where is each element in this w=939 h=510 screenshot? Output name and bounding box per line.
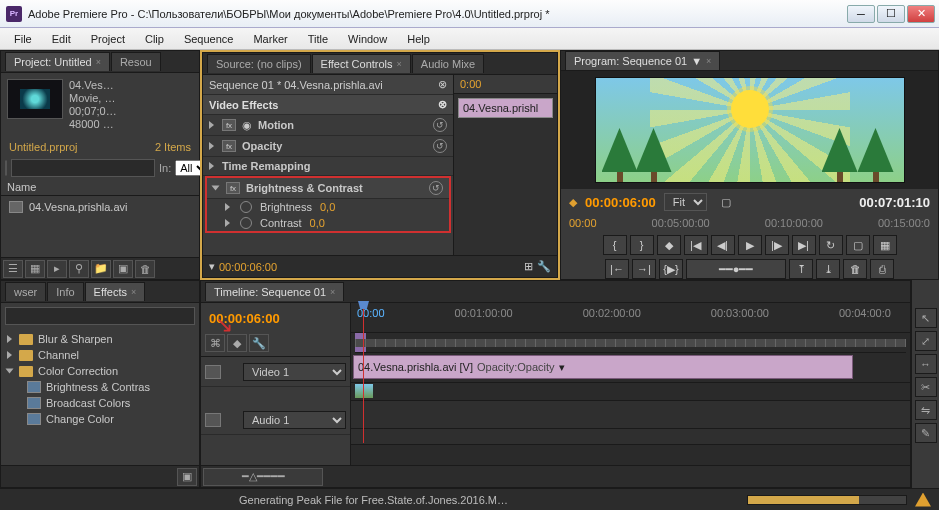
ec-clip-bar[interactable]: 04.Vesna.prishl: [458, 98, 553, 118]
extract-button[interactable]: ⤓: [816, 259, 840, 279]
automate-button[interactable]: ▸: [47, 260, 67, 278]
ripple-tool[interactable]: ↔: [915, 354, 937, 374]
fx-folder-channel[interactable]: Channel: [5, 347, 195, 363]
video-track-1-header[interactable]: Video 1: [201, 357, 350, 387]
menu-project[interactable]: Project: [83, 31, 133, 47]
safe-margins-icon[interactable]: ▢: [721, 196, 731, 209]
close-icon[interactable]: ×: [96, 57, 101, 67]
chevron-icon[interactable]: ⊗: [438, 78, 447, 91]
set-in-button[interactable]: {: [603, 235, 627, 255]
program-time-ruler[interactable]: 00:0000:05:00:0000:10:00:0000:15:00:0: [561, 215, 938, 231]
effects-search-input[interactable]: [5, 307, 195, 325]
tab-resource[interactable]: Resou: [111, 52, 161, 71]
fx-preset-broadcast-colors[interactable]: Broadcast Colors: [5, 395, 195, 411]
contrast-value[interactable]: 0,0: [310, 217, 325, 229]
audio-track-1[interactable]: [351, 401, 910, 429]
slip-tool[interactable]: ⇋: [915, 400, 937, 420]
audio-track-select[interactable]: Audio 1: [243, 411, 346, 429]
prop-contrast[interactable]: Contrast 0,0: [207, 215, 449, 231]
search-icon[interactable]: [5, 160, 7, 176]
step-fwd-button[interactable]: |▶: [765, 235, 789, 255]
menu-clip[interactable]: Clip: [137, 31, 172, 47]
warning-icon[interactable]: [915, 493, 931, 507]
trash-button[interactable]: 🗑: [843, 259, 867, 279]
menu-sequence[interactable]: Sequence: [176, 31, 242, 47]
step-back-button[interactable]: ◀|: [711, 235, 735, 255]
tab-timeline[interactable]: Timeline: Sequence 01×: [205, 282, 344, 301]
fx-motion[interactable]: fx◉ Motion ↺: [203, 115, 453, 136]
stopwatch-icon[interactable]: [240, 217, 252, 229]
tab-source[interactable]: Source: (no clips): [207, 54, 311, 73]
close-icon[interactable]: ×: [397, 59, 402, 69]
next-edit-button[interactable]: →|: [632, 259, 656, 279]
minimize-button[interactable]: ─: [847, 5, 875, 23]
jog-control[interactable]: ━━●━━: [686, 259, 786, 279]
fx-time-remapping[interactable]: Time Remapping: [203, 157, 453, 176]
brightness-value[interactable]: 0,0: [320, 201, 335, 213]
marker-button[interactable]: ◆: [657, 235, 681, 255]
menu-edit[interactable]: Edit: [44, 31, 79, 47]
collapse-icon[interactable]: ⊗: [438, 98, 447, 111]
find-button[interactable]: ⚲: [69, 260, 89, 278]
fx-preset-change-color[interactable]: Change Color: [5, 411, 195, 427]
fx-brightness-contrast[interactable]: fx Brightness & Contrast ↺: [207, 178, 449, 199]
close-button[interactable]: ✕: [907, 5, 935, 23]
lock-icon[interactable]: [225, 413, 239, 427]
prop-brightness[interactable]: Brightness 0,0: [207, 199, 449, 215]
output-button[interactable]: ▦: [873, 235, 897, 255]
list-view-button[interactable]: ☰: [3, 260, 23, 278]
selection-tool[interactable]: ↖: [915, 308, 937, 328]
pen-tool[interactable]: ✎: [915, 423, 937, 443]
play-button[interactable]: ▶: [738, 235, 762, 255]
video-track-1-thumbs[interactable]: [351, 383, 910, 401]
tab-info[interactable]: Info: [47, 282, 83, 301]
play-inout-button[interactable]: {▶}: [659, 259, 683, 279]
menu-title[interactable]: Title: [300, 31, 336, 47]
program-current-time[interactable]: 00:00:06:00: [585, 195, 656, 210]
reset-icon[interactable]: ↺: [429, 181, 443, 195]
ec-video-effects-header[interactable]: Video Effects ⊗: [203, 95, 453, 115]
program-video-output[interactable]: [595, 77, 905, 183]
menu-file[interactable]: File: [6, 31, 40, 47]
zoom-icon[interactable]: ⊞: [524, 260, 533, 273]
menu-marker[interactable]: Marker: [245, 31, 295, 47]
prev-edit-button[interactable]: |←: [605, 259, 629, 279]
zoom-fit-select[interactable]: Fit: [664, 193, 707, 211]
timeline-clip[interactable]: 04.Vesna.prishla.avi [V] Opacity:Opacity…: [353, 355, 853, 379]
marker-icon[interactable]: ◆: [569, 196, 577, 209]
toggle-mute-icon[interactable]: [205, 413, 221, 427]
dropdown-icon[interactable]: ▼: [691, 55, 702, 67]
fx-folder-color-correction[interactable]: Color Correction: [5, 363, 195, 379]
fx-opacity[interactable]: fx Opacity ↺: [203, 136, 453, 157]
ec-current-time[interactable]: 00:00:06:00: [219, 261, 277, 273]
zoom-slider[interactable]: ━△━━━━: [203, 468, 323, 486]
wrench-icon[interactable]: 🔧: [537, 260, 551, 273]
new-item-button[interactable]: ▣: [113, 260, 133, 278]
tab-effects[interactable]: Effects×: [85, 282, 146, 301]
new-bin-button[interactable]: 📁: [91, 260, 111, 278]
timeline-work-area[interactable]: [355, 333, 906, 353]
playhead[interactable]: [363, 303, 364, 443]
dropdown-icon[interactable]: ▾: [559, 361, 565, 374]
close-icon[interactable]: ×: [330, 287, 335, 297]
reset-icon[interactable]: ↺: [433, 139, 447, 153]
go-start-icon[interactable]: ▾: [209, 260, 215, 273]
audio-track-2[interactable]: [351, 429, 910, 445]
loop-button[interactable]: ↻: [819, 235, 843, 255]
tab-project[interactable]: Project: Untitled×: [5, 52, 110, 71]
tab-media-browser[interactable]: wser: [5, 282, 46, 301]
go-out-button[interactable]: ▶|: [792, 235, 816, 255]
tab-audio-mixer[interactable]: Audio Mixe: [412, 54, 484, 73]
audio-track-1-header[interactable]: Audio 1: [201, 405, 350, 435]
video-track-1[interactable]: 04.Vesna.prishla.avi [V] Opacity:Opacity…: [351, 353, 910, 383]
column-header-name[interactable]: Name: [1, 179, 199, 196]
go-in-button[interactable]: |◀: [684, 235, 708, 255]
razor-tool[interactable]: ✂: [915, 377, 937, 397]
fx-preset-brightness-contrast[interactable]: Brightness & Contras: [5, 379, 195, 395]
track-select-tool[interactable]: ⤢: [915, 331, 937, 351]
new-bin-button[interactable]: ▣: [177, 468, 197, 486]
project-item[interactable]: 04.Vesna.prishla.avi: [5, 198, 195, 216]
menu-help[interactable]: Help: [399, 31, 438, 47]
search-input[interactable]: [11, 159, 155, 177]
fx-folder-blur[interactable]: Blur & Sharpen: [5, 331, 195, 347]
